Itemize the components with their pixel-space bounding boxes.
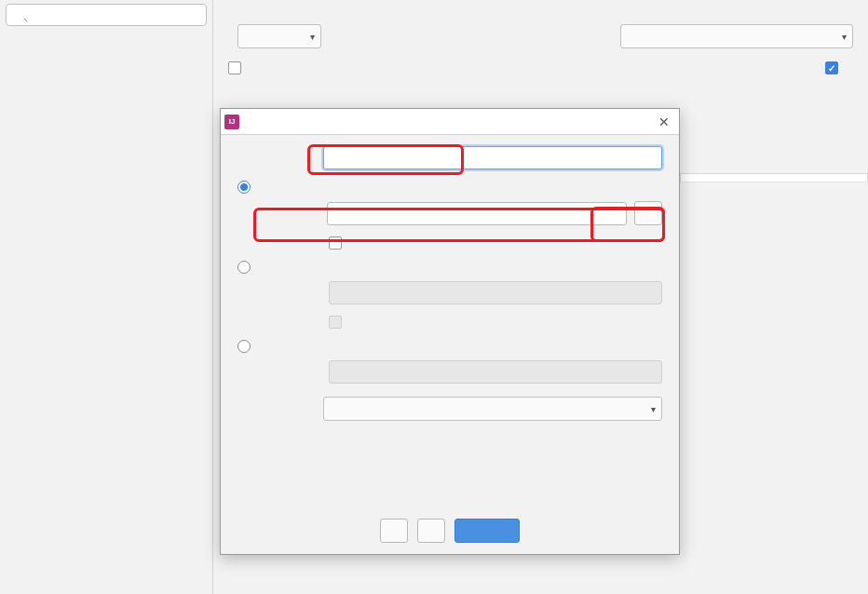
app-icon: IJ [224, 115, 239, 129]
dialog-titlebar: IJ ✕ [221, 109, 679, 135]
search-input[interactable] [6, 4, 207, 26]
ignore-cert-checkbox[interactable] [329, 316, 342, 329]
version-select[interactable] [237, 24, 321, 48]
close-icon[interactable]: ✕ [655, 113, 673, 131]
scope-select[interactable] [323, 397, 662, 421]
previous-button[interactable] [417, 519, 445, 543]
description-input[interactable] [323, 146, 662, 169]
url-input[interactable] [329, 281, 662, 304]
radio-local[interactable] [237, 181, 251, 194]
file2-input[interactable] [329, 360, 662, 384]
warnings-checkbox[interactable] [228, 61, 241, 74]
scope-header [680, 173, 868, 182]
cancel-button[interactable] [380, 519, 408, 543]
file-input[interactable] [327, 202, 627, 225]
store-relative-checkbox[interactable] [329, 236, 342, 250]
radio-classpath[interactable] [237, 340, 251, 353]
copylibs-checkbox[interactable] [825, 61, 838, 74]
add-config-dialog: IJ ✕ [220, 108, 680, 555]
settings-sidebar [0, 0, 213, 594]
browse-button[interactable] [634, 201, 662, 225]
search-icon [6, 4, 207, 26]
radio-http[interactable] [237, 261, 251, 274]
breadcrumb [228, 0, 853, 24]
next-button[interactable] [454, 519, 520, 543]
scope-table [680, 173, 868, 182]
scan-scope-select[interactable] [620, 24, 853, 48]
